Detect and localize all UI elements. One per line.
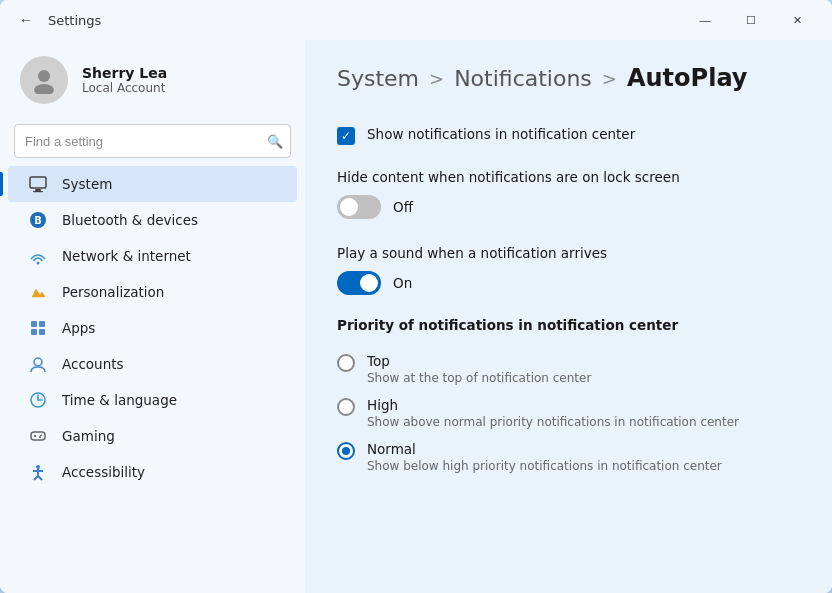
radio-desc-high: Show above normal priority notifications… — [367, 415, 739, 429]
maximize-button[interactable]: ☐ — [728, 4, 774, 36]
radio-label-top: Top — [367, 353, 591, 369]
bluetooth-icon: B — [28, 210, 48, 230]
user-section: Sherry Lea Local Account — [0, 40, 305, 120]
sidebar-item-label-personalization: Personalization — [62, 284, 164, 300]
priority-option-normal: Normal Show below high priority notifica… — [337, 435, 800, 479]
sidebar-item-label-accounts: Accounts — [62, 356, 124, 372]
svg-point-0 — [38, 70, 50, 82]
radio-normal[interactable] — [337, 442, 355, 460]
radio-top[interactable] — [337, 354, 355, 372]
sidebar-item-accounts[interactable]: Accounts — [8, 346, 297, 382]
svg-line-25 — [38, 476, 42, 480]
priority-options: Top Show at the top of notification cent… — [337, 347, 800, 479]
toggle-thumb — [340, 198, 358, 216]
lock-screen-toggle-label: Off — [393, 199, 413, 215]
network-icon — [28, 246, 48, 266]
sidebar-item-gaming[interactable]: Gaming — [8, 418, 297, 454]
nav-list: System B Bluetooth & devices Network & i… — [0, 166, 305, 490]
main-content: Sherry Lea Local Account 🔍 System B Blue… — [0, 40, 832, 593]
breadcrumb: System > Notifications > AutoPlay — [337, 64, 800, 92]
breadcrumb-current: AutoPlay — [627, 64, 748, 92]
back-button[interactable]: ← — [12, 6, 40, 34]
svg-rect-8 — [31, 321, 37, 327]
sidebar-item-label-apps: Apps — [62, 320, 95, 336]
svg-point-7 — [37, 262, 40, 265]
sound-toggle-thumb — [360, 274, 378, 292]
search-icon[interactable]: 🔍 — [267, 134, 283, 149]
sound-label: Play a sound when a notification arrives — [337, 231, 800, 267]
svg-rect-3 — [35, 189, 41, 191]
sidebar-item-label-system: System — [62, 176, 112, 192]
titlebar: ← Settings — ☐ ✕ — [0, 0, 832, 40]
content-area: System > Notifications > AutoPlay Show n… — [305, 40, 832, 593]
user-info: Sherry Lea Local Account — [82, 65, 167, 95]
gaming-icon — [28, 426, 48, 446]
svg-rect-10 — [31, 329, 37, 335]
personalization-icon — [28, 282, 48, 302]
sidebar-item-apps[interactable]: Apps — [8, 310, 297, 346]
priority-label: Priority of notifications in notificatio… — [337, 307, 800, 347]
radio-text-normal: Normal Show below high priority notifica… — [367, 441, 722, 473]
sidebar-item-label-time: Time & language — [62, 392, 177, 408]
minimize-button[interactable]: — — [682, 4, 728, 36]
lock-screen-toggle[interactable] — [337, 195, 381, 219]
breadcrumb-sep1: > — [429, 68, 444, 89]
priority-option-top: Top Show at the top of notification cent… — [337, 347, 800, 391]
svg-text:B: B — [34, 215, 42, 226]
svg-point-1 — [34, 84, 54, 94]
priority-option-high: High Show above normal priority notifica… — [337, 391, 800, 435]
accounts-icon — [28, 354, 48, 374]
svg-rect-16 — [31, 432, 45, 440]
radio-desc-top: Show at the top of notification center — [367, 371, 591, 385]
svg-rect-2 — [30, 177, 46, 188]
user-account-type: Local Account — [82, 81, 167, 95]
sidebar-item-network[interactable]: Network & internet — [8, 238, 297, 274]
radio-desc-normal: Show below high priority notifications i… — [367, 459, 722, 473]
sidebar-item-time[interactable]: Time & language — [8, 382, 297, 418]
notifications-center-setting: Show notifications in notification cente… — [337, 116, 800, 155]
time-icon — [28, 390, 48, 410]
svg-rect-4 — [33, 191, 43, 192]
avatar — [20, 56, 68, 104]
radio-high[interactable] — [337, 398, 355, 416]
close-button[interactable]: ✕ — [774, 4, 820, 36]
accessibility-icon — [28, 462, 48, 482]
breadcrumb-sep2: > — [602, 68, 617, 89]
sidebar-item-label-bluetooth: Bluetooth & devices — [62, 212, 198, 228]
svg-rect-11 — [39, 329, 45, 335]
window-controls: — ☐ ✕ — [682, 4, 820, 36]
radio-label-normal: Normal — [367, 441, 722, 457]
titlebar-title: Settings — [48, 13, 682, 28]
search-box: 🔍 — [14, 124, 291, 158]
radio-text-high: High Show above normal priority notifica… — [367, 397, 739, 429]
sound-toggle[interactable] — [337, 271, 381, 295]
notifications-checkbox-label: Show notifications in notification cente… — [367, 126, 635, 142]
sidebar-item-label-gaming: Gaming — [62, 428, 115, 444]
sound-toggle-label: On — [393, 275, 412, 291]
sidebar-item-label-network: Network & internet — [62, 248, 191, 264]
sidebar-item-bluetooth[interactable]: B Bluetooth & devices — [8, 202, 297, 238]
sidebar: Sherry Lea Local Account 🔍 System B Blue… — [0, 40, 305, 593]
sidebar-item-accessibility[interactable]: Accessibility — [8, 454, 297, 490]
notifications-checkbox[interactable] — [337, 127, 355, 145]
lock-screen-label: Hide content when notifications are on l… — [337, 155, 800, 191]
sound-toggle-row: On — [337, 267, 800, 307]
sidebar-item-label-accessibility: Accessibility — [62, 464, 145, 480]
radio-text-top: Top Show at the top of notification cent… — [367, 353, 591, 385]
settings-window: ← Settings — ☐ ✕ Sherry Lea Local Accoun… — [0, 0, 832, 593]
lock-screen-toggle-row: Off — [337, 191, 800, 231]
sidebar-item-personalization[interactable]: Personalization — [8, 274, 297, 310]
system-icon — [28, 174, 48, 194]
breadcrumb-system: System — [337, 66, 419, 91]
radio-label-high: High — [367, 397, 739, 413]
svg-point-12 — [34, 358, 42, 366]
breadcrumb-notifications: Notifications — [454, 66, 592, 91]
sidebar-item-system[interactable]: System — [8, 166, 297, 202]
user-name: Sherry Lea — [82, 65, 167, 81]
svg-rect-9 — [39, 321, 45, 327]
svg-point-20 — [39, 436, 41, 438]
svg-point-21 — [36, 465, 40, 469]
search-input[interactable] — [14, 124, 291, 158]
apps-icon — [28, 318, 48, 338]
